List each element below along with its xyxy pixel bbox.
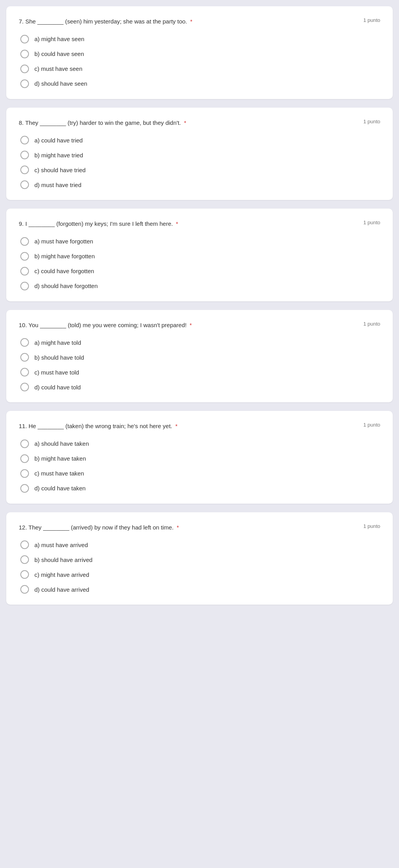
option-item-q10b[interactable]: b) should have told <box>20 353 380 362</box>
option-item-q7b[interactable]: b) could have seen <box>20 50 380 58</box>
radio-circle-q7b <box>20 50 29 58</box>
points-label-q9: 1 punto <box>363 220 380 225</box>
option-item-q10d[interactable]: d) could have told <box>20 383 380 391</box>
question-text-wrap-q9: 9. I ________ (forgotten) my keys; I'm s… <box>19 220 357 229</box>
option-label-q8b: b) might have tried <box>34 152 83 158</box>
option-label-q10a: a) might have told <box>34 339 81 346</box>
options-list-q11: a) should have takenb) might have takenc… <box>19 439 380 493</box>
option-label-q9c: c) could have forgotten <box>34 268 94 274</box>
question-number-q7: 7. <box>19 18 25 25</box>
question-header-q8: 8. They ________ (try) harder to win the… <box>19 119 380 128</box>
option-item-q8d[interactable]: d) must have tried <box>20 180 380 189</box>
option-item-q12b[interactable]: b) should have arrived <box>20 555 380 564</box>
option-label-q12d: d) could have arrived <box>34 586 89 593</box>
radio-circle-q9a <box>20 237 29 246</box>
option-label-q11c: c) must have taken <box>34 470 84 477</box>
radio-circle-q11c <box>20 469 29 478</box>
radio-circle-q10a <box>20 338 29 347</box>
question-header-q7: 7. She ________ (seen) him yesterday; sh… <box>19 17 380 26</box>
option-label-q8c: c) should have tried <box>34 167 86 173</box>
options-list-q12: a) must have arrivedb) should have arriv… <box>19 540 380 594</box>
radio-circle-q10b <box>20 353 29 362</box>
option-label-q9d: d) should have forgotten <box>34 283 98 289</box>
question-text-wrap-q8: 8. They ________ (try) harder to win the… <box>19 119 357 128</box>
question-prompt-q7: She ________ (seen) him yesterday; she w… <box>25 18 187 25</box>
radio-circle-q12c <box>20 570 29 579</box>
option-label-q9b: b) might have forgotten <box>34 253 95 259</box>
option-item-q9b[interactable]: b) might have forgotten <box>20 252 380 261</box>
required-star-q7: * <box>189 18 192 25</box>
option-item-q12c[interactable]: c) might have arrived <box>20 570 380 579</box>
radio-circle-q8a <box>20 136 29 144</box>
radio-circle-q12a <box>20 540 29 549</box>
options-list-q10: a) might have toldb) should have toldc) … <box>19 338 380 391</box>
question-card-q8: 8. They ________ (try) harder to win the… <box>6 108 393 200</box>
question-number-q8: 8. <box>19 119 25 126</box>
option-item-q11d[interactable]: d) could have taken <box>20 484 380 493</box>
question-text-wrap-q11: 11. He ________ (taken) the wrong train;… <box>19 422 357 431</box>
option-label-q8d: d) must have tried <box>34 182 81 188</box>
question-number-q9: 9. <box>19 220 25 227</box>
option-label-q9a: a) must have forgotten <box>34 238 93 245</box>
option-label-q12b: b) should have arrived <box>34 556 92 563</box>
radio-circle-q10c <box>20 368 29 376</box>
question-card-q9: 9. I ________ (forgotten) my keys; I'm s… <box>6 209 393 301</box>
question-number-q12: 12. <box>19 524 29 531</box>
option-label-q11a: a) should have taken <box>34 440 89 447</box>
points-label-q8: 1 punto <box>363 119 380 124</box>
option-label-q12c: c) might have arrived <box>34 571 89 578</box>
option-item-q9d[interactable]: d) should have forgotten <box>20 282 380 290</box>
option-item-q9c[interactable]: c) could have forgotten <box>20 267 380 276</box>
option-item-q11a[interactable]: a) should have taken <box>20 439 380 448</box>
question-card-q10: 10. You ________ (told) me you were comi… <box>6 310 393 403</box>
radio-circle-q11a <box>20 439 29 448</box>
points-label-q10: 1 punto <box>363 321 380 327</box>
question-number-q10: 10. <box>19 322 29 328</box>
option-label-q7d: d) should have seen <box>34 80 87 87</box>
required-star-q8: * <box>183 120 186 126</box>
option-item-q8b[interactable]: b) might have tried <box>20 151 380 159</box>
question-card-q12: 12. They ________ (arrived) by now if th… <box>6 512 393 605</box>
option-item-q12d[interactable]: d) could have arrived <box>20 585 380 594</box>
question-text-wrap-q7: 7. She ________ (seen) him yesterday; sh… <box>19 17 357 26</box>
question-header-q9: 9. I ________ (forgotten) my keys; I'm s… <box>19 220 380 229</box>
option-label-q11d: d) could have taken <box>34 485 86 492</box>
radio-circle-q9b <box>20 252 29 261</box>
option-item-q10c[interactable]: c) must have told <box>20 368 380 376</box>
options-list-q7: a) might have seenb) could have seenc) m… <box>19 35 380 88</box>
radio-circle-q11b <box>20 454 29 463</box>
option-label-q12a: a) must have arrived <box>34 542 88 548</box>
question-prompt-q8: They ________ (try) harder to win the ga… <box>25 119 181 126</box>
options-list-q9: a) must have forgottenb) might have forg… <box>19 237 380 290</box>
radio-circle-q9d <box>20 282 29 290</box>
option-item-q10a[interactable]: a) might have told <box>20 338 380 347</box>
option-item-q7c[interactable]: c) must have seen <box>20 65 380 73</box>
points-label-q11: 1 punto <box>363 422 380 428</box>
option-item-q12a[interactable]: a) must have arrived <box>20 540 380 549</box>
radio-circle-q9c <box>20 267 29 276</box>
option-item-q11b[interactable]: b) might have taken <box>20 454 380 463</box>
options-list-q8: a) could have triedb) might have triedc)… <box>19 136 380 189</box>
option-item-q11c[interactable]: c) must have taken <box>20 469 380 478</box>
option-item-q9a[interactable]: a) must have forgotten <box>20 237 380 246</box>
question-header-q10: 10. You ________ (told) me you were comi… <box>19 321 380 330</box>
option-label-q7b: b) could have seen <box>34 50 84 57</box>
option-item-q8a[interactable]: a) could have tried <box>20 136 380 144</box>
required-star-q12: * <box>175 524 179 531</box>
required-star-q10: * <box>188 322 192 328</box>
required-star-q11: * <box>174 423 177 429</box>
option-label-q8a: a) could have tried <box>34 137 83 144</box>
option-item-q7a[interactable]: a) might have seen <box>20 35 380 43</box>
question-number-q11: 11. <box>19 423 29 429</box>
question-prompt-q10: You ________ (told) me you were coming; … <box>29 322 187 328</box>
points-label-q7: 1 punto <box>363 17 380 23</box>
option-item-q8c[interactable]: c) should have tried <box>20 166 380 174</box>
question-prompt-q9: I ________ (forgotten) my keys; I'm sure… <box>25 220 173 227</box>
question-text-wrap-q12: 12. They ________ (arrived) by now if th… <box>19 523 357 532</box>
radio-circle-q7a <box>20 35 29 43</box>
option-label-q11b: b) might have taken <box>34 455 86 462</box>
option-label-q10b: b) should have told <box>34 354 84 361</box>
option-item-q7d[interactable]: d) should have seen <box>20 79 380 88</box>
points-label-q12: 1 punto <box>363 523 380 529</box>
required-star-q9: * <box>174 221 178 227</box>
